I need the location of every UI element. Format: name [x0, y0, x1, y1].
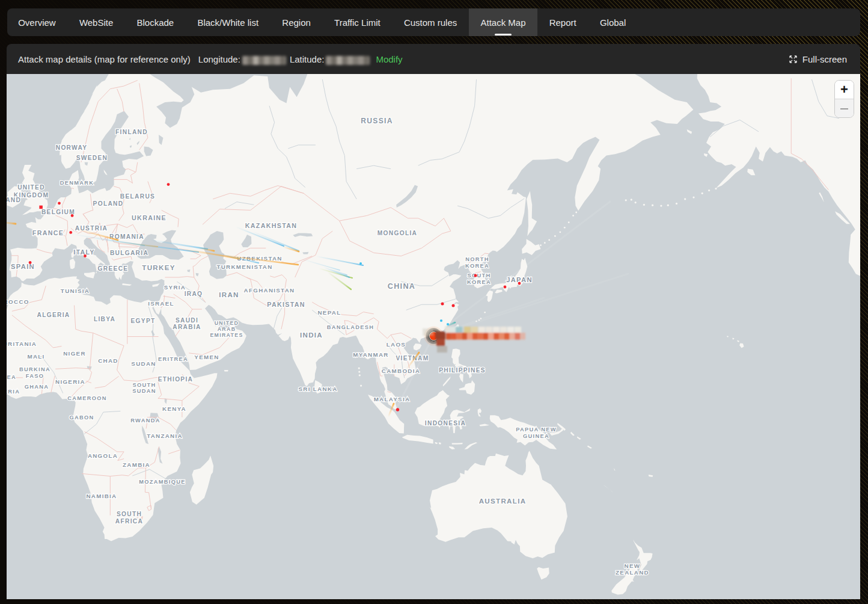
svg-text:GUINEA: GUINEA — [523, 433, 549, 439]
svg-text:SPAIN: SPAIN — [11, 263, 35, 270]
svg-text:IRAN: IRAN — [219, 291, 239, 298]
svg-text:SRI LANKA: SRI LANKA — [298, 386, 337, 392]
svg-text:BELARUS: BELARUS — [120, 193, 155, 200]
svg-text:SUDAN: SUDAN — [131, 360, 156, 367]
svg-text:NORWAY: NORWAY — [56, 144, 88, 151]
svg-text:RUSSIA: RUSSIA — [361, 117, 393, 125]
svg-text:ALGERIA: ALGERIA — [37, 312, 70, 318]
svg-text:MYANMAR: MYANMAR — [353, 351, 388, 358]
svg-text:NIGER: NIGER — [63, 350, 86, 357]
svg-text:ANGOLA: ANGOLA — [88, 452, 118, 459]
svg-text:LIBERIA: LIBERIA — [7, 389, 20, 395]
svg-text:EGYPT: EGYPT — [130, 318, 155, 324]
svg-text:PHILIPPINES: PHILIPPINES — [439, 367, 486, 374]
svg-text:CAMEROON: CAMEROON — [67, 395, 107, 401]
svg-text:MONGOLIA: MONGOLIA — [377, 230, 417, 236]
svg-text:TURKMENISTAN: TURKMENISTAN — [216, 263, 272, 270]
svg-text:NIGERIA: NIGERIA — [55, 378, 85, 385]
svg-text:SUDAN: SUDAN — [132, 388, 156, 394]
svg-text:EMIRATES: EMIRATES — [210, 332, 243, 338]
svg-text:ARABIA: ARABIA — [173, 324, 201, 330]
svg-text:AUSTRALIA: AUSTRALIA — [479, 497, 527, 505]
svg-text:ITALY: ITALY — [73, 248, 95, 256]
svg-text:FASO: FASO — [26, 373, 44, 379]
svg-text:KAZAKHSTAN: KAZAKHSTAN — [245, 222, 297, 229]
svg-text:FRANCE: FRANCE — [32, 229, 64, 236]
svg-text:MOROCCO: MOROCCO — [7, 298, 29, 305]
svg-text:CHINA: CHINA — [388, 282, 415, 291]
svg-text:UNITED: UNITED — [17, 184, 45, 191]
svg-text:ZAMBIA: ZAMBIA — [123, 461, 150, 468]
svg-text:AFRICA: AFRICA — [115, 518, 143, 525]
svg-text:TUNISIA: TUNISIA — [61, 288, 90, 294]
svg-text:NEPAL: NEPAL — [318, 309, 341, 316]
svg-text:KENYA: KENYA — [162, 405, 186, 412]
svg-text:SAUDI: SAUDI — [176, 317, 198, 324]
svg-text:PAKISTAN: PAKISTAN — [267, 301, 305, 308]
svg-text:MALI: MALI — [27, 353, 44, 360]
svg-text:KOREA: KOREA — [465, 263, 489, 269]
svg-text:DENMARK: DENMARK — [60, 180, 94, 186]
svg-text:GUINEA: GUINEA — [7, 374, 16, 380]
svg-text:CHAD: CHAD — [98, 357, 118, 364]
svg-text:TANZANIA: TANZANIA — [147, 433, 183, 439]
svg-text:BURKINA: BURKINA — [19, 366, 50, 372]
svg-text:ERITREA: ERITREA — [158, 356, 188, 362]
svg-text:BANGLADESH: BANGLADESH — [327, 324, 374, 330]
svg-text:LIBYA: LIBYA — [94, 316, 115, 322]
svg-text:AFGHANISTAN: AFGHANISTAN — [244, 287, 295, 294]
svg-text:SOUTH: SOUTH — [117, 511, 142, 517]
svg-text:NORTH: NORTH — [465, 256, 489, 262]
svg-text:GABON: GABON — [69, 414, 94, 421]
svg-text:ISRAEL: ISRAEL — [148, 300, 174, 307]
svg-text:KOREA: KOREA — [467, 279, 491, 285]
svg-text:GHANA: GHANA — [25, 384, 49, 390]
svg-text:ARAB: ARAB — [218, 326, 236, 332]
svg-text:FINLAND: FINLAND — [115, 129, 148, 135]
svg-text:SWEDEN: SWEDEN — [76, 155, 108, 161]
svg-text:YEMEN: YEMEN — [194, 354, 219, 360]
svg-text:LAOS: LAOS — [387, 341, 406, 348]
svg-text:SOUTH: SOUTH — [467, 273, 491, 279]
svg-text:NEW: NEW — [625, 562, 641, 569]
svg-text:PAPUA NEW: PAPUA NEW — [516, 427, 556, 433]
svg-text:SOUTH: SOUTH — [132, 382, 156, 388]
svg-text:BELGIUM: BELGIUM — [41, 209, 75, 215]
svg-text:RWANDA: RWANDA — [130, 418, 160, 424]
svg-text:UNITED: UNITED — [215, 320, 239, 326]
svg-text:SYRIA: SYRIA — [164, 284, 186, 291]
svg-text:IRAQ: IRAQ — [185, 291, 203, 297]
svg-text:INDONESIA: INDONESIA — [425, 420, 466, 427]
svg-text:ETHIOPIA: ETHIOPIA — [158, 376, 194, 383]
svg-text:TURKEY: TURKEY — [142, 263, 175, 271]
svg-text:IRELAND: IRELAND — [7, 197, 21, 203]
svg-text:POLAND: POLAND — [93, 200, 124, 207]
svg-text:UKRAINE: UKRAINE — [132, 214, 167, 221]
svg-text:MAURITANIA: MAURITANIA — [7, 341, 37, 347]
svg-text:INDIA: INDIA — [300, 331, 323, 339]
svg-text:MOZAMBIQUE: MOZAMBIQUE — [139, 479, 186, 485]
svg-text:NAMIBIA: NAMIBIA — [86, 493, 117, 499]
svg-text:ZEALAND: ZEALAND — [616, 569, 649, 576]
svg-text:GREECE: GREECE — [98, 265, 129, 272]
svg-text:BULGARIA: BULGARIA — [110, 250, 148, 256]
svg-text:MALAYSIA: MALAYSIA — [374, 396, 411, 402]
